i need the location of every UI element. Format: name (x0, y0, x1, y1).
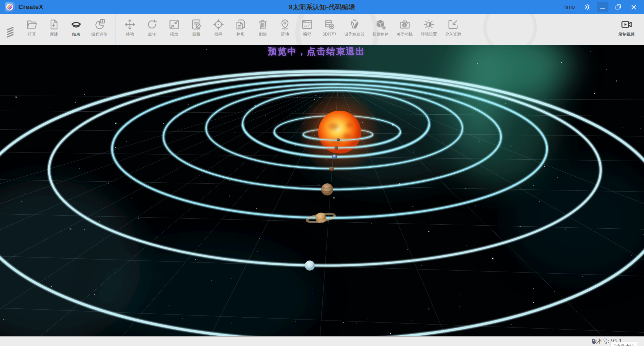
solar-system-scene[interactable] (0, 45, 644, 336)
eye-end-icon (70, 18, 82, 31)
trash-icon (257, 18, 269, 31)
titlebar-right: limo (498, 2, 639, 12)
title-bar: CreateX 9太阳系认知-代码编辑 limo (0, 0, 644, 14)
target-icon (212, 18, 225, 31)
folder-open-icon (26, 18, 38, 31)
menu-button[interactable] (2, 14, 21, 45)
import-icon (447, 18, 459, 31)
toolbar-button-record-video[interactable]: 录制视频 (614, 14, 639, 45)
printer-3d-icon (323, 18, 335, 31)
toolbar-button-label: 缩放 (170, 32, 178, 37)
close-button[interactable] (628, 2, 639, 12)
move-icon (124, 18, 136, 31)
gear-icon (584, 3, 591, 11)
trash-icon (257, 18, 269, 31)
restore-button[interactable] (612, 2, 624, 12)
toolbar: 打开新建结束编程评价移动旋转缩放隐藏找寻拷贝删除落地c:/编程3D打印设为触发器… (0, 14, 644, 45)
settings-button[interactable] (582, 2, 593, 12)
toolbar-button-label: 设为触发器 (344, 32, 364, 37)
file-plus-icon (48, 18, 60, 31)
minimize-button[interactable] (597, 2, 608, 12)
toolbar-button-label: 导入资源 (445, 32, 461, 37)
rotate-icon (146, 18, 158, 31)
toolbar-button-label: 删除 (259, 32, 267, 37)
toolbar-button-code-window[interactable]: c:/编程 (296, 14, 318, 45)
pin-icon (279, 18, 291, 31)
minimize-icon (599, 4, 606, 10)
toolbar-button-file-plus[interactable]: 新建 (43, 14, 65, 45)
toolbar-button-label: 编程评价 (91, 32, 107, 37)
sun-env-icon (423, 18, 435, 31)
toolbar-button-hide[interactable]: 隐藏 (185, 14, 207, 45)
planet-mars[interactable] (330, 167, 334, 171)
code-window-icon: c:/ (301, 18, 313, 31)
printer-3d-icon (323, 18, 335, 31)
toolbar-button-trigger-bottles[interactable]: 设为触发器 (340, 14, 368, 45)
code-window-icon: c:/ (301, 18, 313, 31)
notification-toast[interactable]: 1个新通知 (610, 342, 637, 346)
toolbar-button-folder-open[interactable]: 打开 (21, 14, 43, 45)
pin-icon (279, 18, 291, 31)
toolbar-button-label: 编程 (303, 32, 311, 37)
hide-icon (190, 18, 202, 31)
import-icon (447, 18, 459, 31)
toolbar-button-label: 旋转 (148, 32, 156, 37)
toolbar-separator (115, 14, 115, 45)
sun-env-icon (423, 18, 435, 31)
planet-venus[interactable] (335, 146, 338, 150)
toolbar-button-printer-3d[interactable]: 3D打印 (318, 14, 340, 45)
video-record-icon (621, 18, 633, 31)
toolbar-button-target[interactable]: 找寻 (207, 14, 230, 45)
restore-icon (615, 4, 622, 10)
svg-text:c:/: c:/ (304, 24, 310, 28)
planet-mercury[interactable] (337, 138, 340, 141)
pie-info-icon (93, 18, 105, 31)
toolbar-button-label: 环境设置 (421, 32, 437, 37)
file-plus-icon (48, 18, 60, 31)
toolbar-button-trash[interactable]: 删除 (252, 14, 274, 45)
toolbar-button-label: 拷贝 (237, 32, 245, 37)
app-logo-icon (5, 2, 15, 12)
trigger-bottles-icon (348, 18, 360, 31)
toolbar-button-label: 结束 (72, 32, 80, 37)
toolbar-button-sun-env[interactable]: 环境设置 (417, 14, 441, 45)
toolbar-button-camera[interactable]: 关闭相机 (393, 14, 417, 45)
titlebar-left: CreateX (5, 2, 146, 12)
scale-icon (168, 18, 180, 31)
close-icon (631, 4, 637, 10)
user-name: limo (564, 4, 575, 10)
folder-open-icon (26, 18, 38, 31)
toolbar-button-pie-info[interactable]: 编程评价 (87, 14, 111, 45)
window-title: 9太阳系认知-代码编辑 (146, 3, 498, 12)
eye-end-icon (70, 18, 82, 31)
menu-icon (5, 26, 16, 38)
preview-notice: 预览中，点击结束退出 (268, 46, 365, 57)
cube-plus-icon (375, 18, 387, 31)
viewport-3d[interactable]: 预览中，点击结束退出 (0, 45, 644, 336)
application-window: CreateX 9太阳系认知-代码编辑 limo (0, 0, 644, 346)
copy-icon (235, 18, 247, 31)
cube-plus-icon (375, 18, 387, 31)
toolbar-button-copy[interactable]: 拷贝 (230, 14, 252, 45)
toolbar-button-label: 关闭相机 (397, 32, 413, 37)
trigger-bottles-icon (348, 18, 360, 31)
toolbar-button-label: 3D打印 (323, 32, 336, 37)
toolbar-button-label: 打开 (28, 32, 36, 37)
toolbar-button-eye-end[interactable]: 结束 (65, 14, 87, 45)
toolbar-button-pin[interactable]: 落地 (274, 14, 296, 45)
hide-icon (190, 18, 202, 31)
menu-icon (5, 26, 16, 38)
move-icon (124, 18, 136, 31)
planet-earth[interactable] (332, 155, 337, 160)
toolbar-button-cube-plus[interactable]: 新建物体 (368, 14, 393, 45)
toolbar-button-import[interactable]: 导入资源 (441, 14, 465, 45)
scale-icon (168, 18, 180, 31)
status-bar: 版本号: V5.1 1个新通知 (0, 336, 644, 346)
camera-icon (399, 18, 411, 31)
toolbar-button-rotate[interactable]: 旋转 (141, 14, 163, 45)
copy-icon (235, 18, 247, 31)
toolbar-button-label: 隐藏 (192, 32, 200, 37)
toolbar-button-move[interactable]: 移动 (119, 14, 141, 45)
video-record-icon (621, 18, 633, 31)
toolbar-button-scale[interactable]: 缩放 (163, 14, 185, 45)
